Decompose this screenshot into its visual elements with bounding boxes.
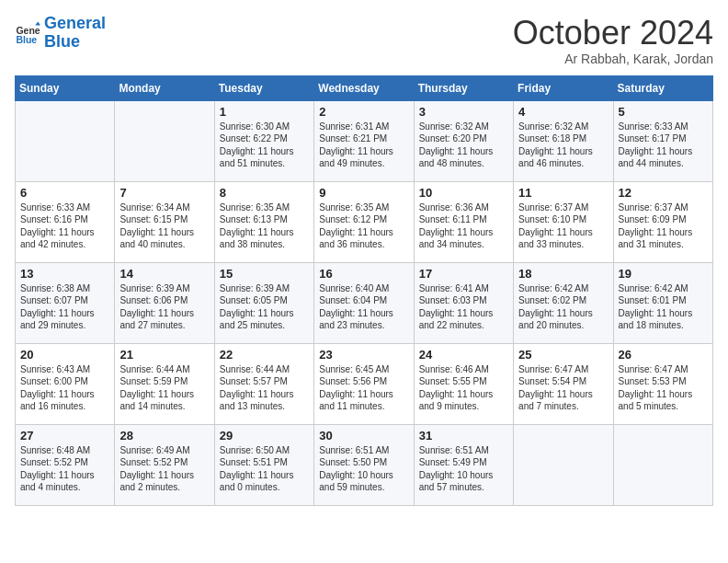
calendar-cell bbox=[613, 424, 712, 505]
month-title: October 2024 bbox=[513, 15, 713, 52]
calendar-cell: 31Sunrise: 6:51 AMSunset: 5:49 PMDayligh… bbox=[414, 424, 513, 505]
day-info: Sunrise: 6:32 AMSunset: 6:20 PMDaylight:… bbox=[419, 121, 508, 170]
day-info: Sunrise: 6:38 AMSunset: 6:07 PMDaylight:… bbox=[20, 282, 109, 332]
day-number: 26 bbox=[619, 348, 708, 362]
day-info: Sunrise: 6:34 AMSunset: 6:15 PMDaylight:… bbox=[119, 201, 209, 251]
calendar-cell: 18Sunrise: 6:42 AMSunset: 6:02 PMDayligh… bbox=[514, 262, 613, 343]
calendar-cell: 14Sunrise: 6:39 AMSunset: 6:06 PMDayligh… bbox=[115, 262, 214, 343]
day-number: 15 bbox=[220, 267, 309, 281]
day-info: Sunrise: 6:32 AMSunset: 6:18 PMDaylight:… bbox=[518, 121, 608, 170]
calendar-cell bbox=[514, 424, 613, 505]
calendar-cell: 7Sunrise: 6:34 AMSunset: 6:15 PMDaylight… bbox=[115, 181, 214, 262]
calendar-cell: 1Sunrise: 6:30 AMSunset: 6:22 PMDaylight… bbox=[214, 100, 313, 181]
page-header: General Blue GeneralBlue October 2024 Ar… bbox=[15, 15, 713, 66]
weekday-header-wednesday: Wednesday bbox=[314, 75, 414, 100]
day-number: 10 bbox=[419, 186, 508, 200]
day-number: 29 bbox=[220, 429, 309, 442]
calendar-cell: 17Sunrise: 6:41 AMSunset: 6:03 PMDayligh… bbox=[414, 262, 513, 343]
calendar-cell: 5Sunrise: 6:33 AMSunset: 6:17 PMDaylight… bbox=[613, 100, 712, 181]
calendar-cell: 12Sunrise: 6:37 AMSunset: 6:09 PMDayligh… bbox=[613, 181, 712, 262]
day-info: Sunrise: 6:39 AMSunset: 6:06 PMDaylight:… bbox=[119, 282, 209, 332]
day-number: 5 bbox=[619, 105, 708, 119]
calendar-cell: 29Sunrise: 6:50 AMSunset: 5:51 PMDayligh… bbox=[214, 424, 313, 505]
day-info: Sunrise: 6:35 AMSunset: 6:13 PMDaylight:… bbox=[220, 201, 309, 251]
day-number: 24 bbox=[419, 348, 508, 362]
calendar-week-2: 6Sunrise: 6:33 AMSunset: 6:16 PMDaylight… bbox=[16, 181, 713, 262]
day-number: 16 bbox=[319, 267, 408, 281]
calendar-cell: 2Sunrise: 6:31 AMSunset: 6:21 PMDaylight… bbox=[314, 100, 414, 181]
day-info: Sunrise: 6:35 AMSunset: 6:12 PMDaylight:… bbox=[319, 201, 408, 251]
calendar-cell: 11Sunrise: 6:37 AMSunset: 6:10 PMDayligh… bbox=[514, 181, 613, 262]
calendar-cell: 6Sunrise: 6:33 AMSunset: 6:16 PMDaylight… bbox=[16, 181, 115, 262]
weekday-header-thursday: Thursday bbox=[414, 75, 513, 100]
calendar-cell: 3Sunrise: 6:32 AMSunset: 6:20 PMDaylight… bbox=[414, 100, 513, 181]
day-info: Sunrise: 6:49 AMSunset: 5:52 PMDaylight:… bbox=[119, 444, 209, 494]
svg-marker-2 bbox=[35, 21, 40, 25]
calendar-cell: 4Sunrise: 6:32 AMSunset: 6:18 PMDaylight… bbox=[514, 100, 613, 181]
day-info: Sunrise: 6:43 AMSunset: 6:00 PMDaylight:… bbox=[20, 363, 109, 413]
calendar-cell: 20Sunrise: 6:43 AMSunset: 6:00 PMDayligh… bbox=[16, 343, 115, 424]
day-number: 18 bbox=[518, 267, 608, 281]
day-info: Sunrise: 6:40 AMSunset: 6:04 PMDaylight:… bbox=[319, 282, 408, 332]
calendar-table: SundayMondayTuesdayWednesdayThursdayFrid… bbox=[15, 75, 713, 506]
day-info: Sunrise: 6:33 AMSunset: 6:17 PMDaylight:… bbox=[619, 121, 708, 170]
calendar-cell: 8Sunrise: 6:35 AMSunset: 6:13 PMDaylight… bbox=[214, 181, 313, 262]
day-info: Sunrise: 6:37 AMSunset: 6:10 PMDaylight:… bbox=[518, 201, 608, 251]
day-number: 7 bbox=[119, 186, 209, 200]
day-info: Sunrise: 6:42 AMSunset: 6:02 PMDaylight:… bbox=[518, 282, 608, 332]
calendar-cell: 9Sunrise: 6:35 AMSunset: 6:12 PMDaylight… bbox=[314, 181, 414, 262]
day-number: 21 bbox=[119, 348, 209, 362]
day-number: 23 bbox=[319, 348, 408, 362]
svg-text:Blue: Blue bbox=[16, 34, 37, 45]
calendar-cell: 25Sunrise: 6:47 AMSunset: 5:54 PMDayligh… bbox=[514, 343, 613, 424]
calendar-cell: 15Sunrise: 6:39 AMSunset: 6:05 PMDayligh… bbox=[214, 262, 313, 343]
day-number: 2 bbox=[319, 105, 408, 119]
logo-icon: General Blue bbox=[15, 20, 40, 46]
day-info: Sunrise: 6:39 AMSunset: 6:05 PMDaylight:… bbox=[220, 282, 309, 332]
day-info: Sunrise: 6:47 AMSunset: 5:54 PMDaylight:… bbox=[518, 363, 608, 413]
day-number: 17 bbox=[419, 267, 508, 281]
day-info: Sunrise: 6:44 AMSunset: 5:59 PMDaylight:… bbox=[119, 363, 209, 413]
day-info: Sunrise: 6:48 AMSunset: 5:52 PMDaylight:… bbox=[20, 444, 109, 494]
day-number: 27 bbox=[20, 429, 109, 442]
day-info: Sunrise: 6:51 AMSunset: 5:50 PMDaylight:… bbox=[319, 444, 408, 494]
weekday-header-saturday: Saturday bbox=[613, 75, 712, 100]
calendar-cell: 21Sunrise: 6:44 AMSunset: 5:59 PMDayligh… bbox=[115, 343, 214, 424]
calendar-week-1: 1Sunrise: 6:30 AMSunset: 6:22 PMDaylight… bbox=[16, 100, 713, 181]
weekday-header-monday: Monday bbox=[115, 75, 214, 100]
day-number: 19 bbox=[619, 267, 708, 281]
day-info: Sunrise: 6:42 AMSunset: 6:01 PMDaylight:… bbox=[619, 282, 708, 332]
day-number: 3 bbox=[419, 105, 508, 119]
day-info: Sunrise: 6:37 AMSunset: 6:09 PMDaylight:… bbox=[619, 201, 708, 251]
weekday-header-friday: Friday bbox=[514, 75, 613, 100]
day-info: Sunrise: 6:46 AMSunset: 5:55 PMDaylight:… bbox=[419, 363, 508, 413]
day-number: 28 bbox=[119, 429, 209, 442]
calendar-cell: 10Sunrise: 6:36 AMSunset: 6:11 PMDayligh… bbox=[414, 181, 513, 262]
day-number: 13 bbox=[20, 267, 109, 281]
day-number: 4 bbox=[518, 105, 608, 119]
day-info: Sunrise: 6:41 AMSunset: 6:03 PMDaylight:… bbox=[419, 282, 508, 332]
weekday-header-sunday: Sunday bbox=[16, 75, 115, 100]
day-info: Sunrise: 6:47 AMSunset: 5:53 PMDaylight:… bbox=[619, 363, 708, 413]
calendar-week-5: 27Sunrise: 6:48 AMSunset: 5:52 PMDayligh… bbox=[16, 424, 713, 505]
title-block: October 2024 Ar Rabbah, Karak, Jordan bbox=[513, 15, 713, 66]
day-number: 9 bbox=[319, 186, 408, 200]
day-number: 25 bbox=[518, 348, 608, 362]
day-info: Sunrise: 6:51 AMSunset: 5:49 PMDaylight:… bbox=[419, 444, 508, 494]
day-number: 1 bbox=[220, 105, 309, 119]
weekday-header-row: SundayMondayTuesdayWednesdayThursdayFrid… bbox=[16, 75, 713, 100]
calendar-cell: 19Sunrise: 6:42 AMSunset: 6:01 PMDayligh… bbox=[613, 262, 712, 343]
calendar-week-3: 13Sunrise: 6:38 AMSunset: 6:07 PMDayligh… bbox=[16, 262, 713, 343]
calendar-cell bbox=[16, 100, 115, 181]
day-info: Sunrise: 6:30 AMSunset: 6:22 PMDaylight:… bbox=[220, 121, 309, 170]
day-info: Sunrise: 6:36 AMSunset: 6:11 PMDaylight:… bbox=[419, 201, 508, 251]
day-info: Sunrise: 6:45 AMSunset: 5:56 PMDaylight:… bbox=[319, 363, 408, 413]
calendar-week-4: 20Sunrise: 6:43 AMSunset: 6:00 PMDayligh… bbox=[16, 343, 713, 424]
day-number: 12 bbox=[619, 186, 708, 200]
day-number: 22 bbox=[220, 348, 309, 362]
day-number: 6 bbox=[20, 186, 109, 200]
calendar-cell bbox=[115, 100, 214, 181]
calendar-cell: 28Sunrise: 6:49 AMSunset: 5:52 PMDayligh… bbox=[115, 424, 214, 505]
calendar-cell: 23Sunrise: 6:45 AMSunset: 5:56 PMDayligh… bbox=[314, 343, 414, 424]
location-subtitle: Ar Rabbah, Karak, Jordan bbox=[513, 52, 713, 66]
